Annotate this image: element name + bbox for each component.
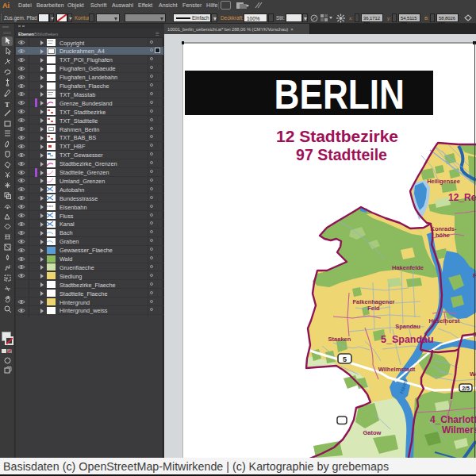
svg-text:Hakenfelde: Hakenfelde [392,264,424,271]
svg-text:12_Rei: 12_Rei [448,192,476,203]
svg-text:4_Charlotte: 4_Charlotte [430,414,476,425]
svg-text:5_Spandau: 5_Spandau [381,334,434,345]
svg-text:2/5: 2/5 [462,386,470,391]
svg-text:höhe: höhe [436,232,450,239]
svg-text:Heiligensee: Heiligensee [427,178,460,185]
svg-text:Haselhorst: Haselhorst [429,317,460,324]
svg-text:Wilmers: Wilmers [442,424,476,436]
svg-text:5: 5 [343,355,347,363]
svg-text:#: # [6,276,8,281]
svg-text:Feld: Feld [367,305,380,312]
svg-text:Gatow: Gatow [363,429,382,436]
svg-text:Spandau: Spandau [395,323,420,330]
svg-text:Staaken: Staaken [328,336,351,343]
svg-text:Wilhelmstadt: Wilhelmstadt [378,366,416,373]
